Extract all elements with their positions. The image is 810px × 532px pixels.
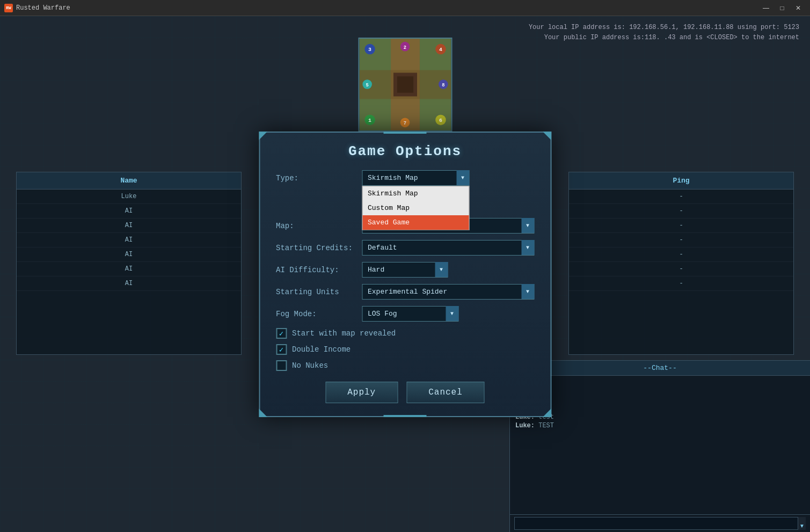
dropdown-item-saved[interactable]: Saved Game bbox=[362, 215, 469, 230]
cancel-button[interactable]: Cancel bbox=[406, 382, 485, 403]
maximize-button[interactable]: □ bbox=[775, 3, 790, 13]
name-column-header: Name bbox=[17, 172, 241, 190]
ai-difficulty-label: AI Difficulty: bbox=[276, 266, 362, 274]
starting-units-select-display[interactable]: Experimental Spider ▼ bbox=[362, 284, 534, 300]
table-row: AI bbox=[17, 218, 241, 233]
ping-cell: - bbox=[569, 190, 793, 204]
fog-mode-dropdown-arrow: ▼ bbox=[446, 306, 458, 321]
starting-units-label: Starting Units bbox=[276, 288, 362, 296]
svg-text:3: 3 bbox=[368, 47, 371, 53]
player-name-cell: AI bbox=[17, 204, 241, 218]
left-panel: Name LukeAIAIAIAIAIAI bbox=[16, 172, 242, 355]
map-revealed-checkbox[interactable] bbox=[276, 328, 287, 339]
minimize-button[interactable]: — bbox=[758, 3, 773, 13]
table-row: AI bbox=[17, 247, 241, 262]
credits-select-display[interactable]: Default ▼ bbox=[362, 240, 534, 256]
dropdown-item-skirmish[interactable]: Skirmish Map bbox=[362, 186, 469, 201]
type-dropdown-arrow: ▼ bbox=[456, 170, 469, 185]
fog-mode-select-display[interactable]: LOS Fog ▼ bbox=[362, 306, 458, 322]
table-row: - bbox=[569, 190, 793, 204]
close-button[interactable]: ✕ bbox=[791, 3, 806, 13]
map-revealed-label: Start with map revealed bbox=[292, 329, 396, 338]
type-dropdown: Skirmish Map Custom Map Saved Game bbox=[362, 186, 469, 230]
ip-line2: Your public IP address is:118. .43 and i… bbox=[529, 33, 799, 43]
starting-units-dropdown-arrow: ▼ bbox=[521, 284, 534, 299]
table-row: AI bbox=[17, 262, 241, 276]
corner-decoration-bl bbox=[259, 409, 267, 417]
type-select-value: Skirmish Map bbox=[368, 174, 418, 182]
titlebar-controls: — □ ✕ bbox=[758, 3, 806, 13]
table-row: Luke bbox=[17, 190, 241, 204]
chat-scroll-down-button[interactable]: ▼ bbox=[798, 517, 806, 530]
svg-rect-4 bbox=[397, 76, 413, 92]
chat-text: TEST bbox=[535, 422, 554, 429]
ping-cell: - bbox=[569, 262, 793, 276]
chat-message: Luke: 6 bbox=[515, 396, 805, 404]
ai-difficulty-select-display[interactable]: Hard ▼ bbox=[362, 262, 448, 278]
player-name-cell: AI bbox=[17, 262, 241, 276]
type-select: Skirmish Map ▼ Skirmish Map Custom Map S… bbox=[362, 170, 469, 186]
credits-select: Default ▼ bbox=[362, 240, 534, 256]
chat-input[interactable] bbox=[514, 517, 798, 530]
starting-units-select-value: Experimental Spider bbox=[368, 288, 447, 296]
corner-decoration-br bbox=[543, 409, 551, 417]
ai-difficulty-option-row: AI Difficulty: Hard ▼ bbox=[276, 262, 534, 278]
chat-message: Luke: abc bbox=[515, 405, 805, 412]
starting-units-select: Experimental Spider ▼ bbox=[362, 284, 534, 300]
type-label: Type: bbox=[276, 174, 362, 183]
map-preview: 3 4 1 6 2 5 7 8 bbox=[358, 38, 452, 132]
titlebar-left: RW Rusted Warfare bbox=[4, 4, 70, 12]
chat-message: Luke: TEST bbox=[515, 422, 805, 429]
game-area: Your local IP address is: 192.168.56.1, … bbox=[0, 16, 810, 532]
apply-button[interactable]: Apply bbox=[325, 382, 398, 403]
ping-cell: - bbox=[569, 218, 793, 233]
double-income-checkbox-row: Double Income bbox=[276, 344, 534, 355]
chat-message: Luke: 5 bbox=[515, 388, 805, 395]
map-canvas-svg: 3 4 1 6 2 5 7 8 bbox=[359, 39, 451, 130]
ping-table: Ping ------- bbox=[569, 172, 793, 291]
chat-panel: --Chat-- Luke: 4Luke: 5Luke: 6Luke: abcL… bbox=[509, 360, 810, 532]
chat-messages: Luke: 4Luke: 5Luke: 6Luke: abcLuke: test… bbox=[510, 376, 810, 514]
fog-mode-label: Fog Mode: bbox=[276, 310, 362, 318]
chat-input-row: ▼ bbox=[510, 514, 810, 532]
svg-text:1: 1 bbox=[368, 118, 371, 123]
chat-message: Luke: 4 bbox=[515, 379, 805, 387]
credits-option-row: Starting Credits: Default ▼ bbox=[276, 240, 534, 256]
dropdown-item-custom[interactable]: Custom Map bbox=[362, 201, 469, 215]
corner-decoration-tl bbox=[259, 132, 267, 140]
player-name-cell: Luke bbox=[17, 190, 241, 204]
player-table: Name LukeAIAIAIAIAIAI bbox=[17, 172, 241, 291]
table-row: AI bbox=[17, 276, 241, 291]
ai-difficulty-select-value: Hard bbox=[368, 266, 384, 274]
dialog-buttons: Apply Cancel bbox=[276, 382, 534, 403]
svg-text:5: 5 bbox=[366, 83, 368, 88]
right-panel: Ping ------- bbox=[568, 172, 794, 355]
ping-cell: - bbox=[569, 204, 793, 218]
svg-text:2: 2 bbox=[403, 45, 406, 50]
game-options-dialog: Game Options Type: Skirmish Map ▼ Skirmi… bbox=[259, 132, 551, 417]
table-row: - bbox=[569, 247, 793, 262]
table-row: AI bbox=[17, 233, 241, 247]
double-income-label: Double Income bbox=[292, 345, 351, 354]
app-title: Rusted Warfare bbox=[16, 4, 70, 12]
titlebar: RW Rusted Warfare — □ ✕ bbox=[0, 0, 810, 16]
no-nukes-checkbox[interactable] bbox=[276, 360, 287, 371]
double-income-checkbox[interactable] bbox=[276, 344, 287, 355]
fog-mode-select-value: LOS Fog bbox=[368, 310, 397, 318]
player-name-cell: AI bbox=[17, 247, 241, 262]
table-row: - bbox=[569, 204, 793, 218]
player-name-cell: AI bbox=[17, 233, 241, 247]
table-row: - bbox=[569, 276, 793, 291]
ping-cell: - bbox=[569, 233, 793, 247]
ai-difficulty-select: Hard ▼ bbox=[362, 262, 448, 278]
chat-sender: Luke: bbox=[515, 422, 535, 429]
ip-line1: Your local IP address is: 192.168.56.1, … bbox=[529, 23, 799, 33]
table-row: - bbox=[569, 218, 793, 233]
credits-dropdown-arrow: ▼ bbox=[521, 240, 534, 255]
type-select-display[interactable]: Skirmish Map ▼ bbox=[362, 170, 469, 186]
ping-cell: - bbox=[569, 276, 793, 291]
svg-text:6: 6 bbox=[439, 118, 442, 123]
no-nukes-checkbox-row: No Nukes bbox=[276, 360, 534, 371]
svg-text:8: 8 bbox=[442, 83, 444, 88]
map-dropdown-arrow: ▼ bbox=[521, 218, 534, 233]
